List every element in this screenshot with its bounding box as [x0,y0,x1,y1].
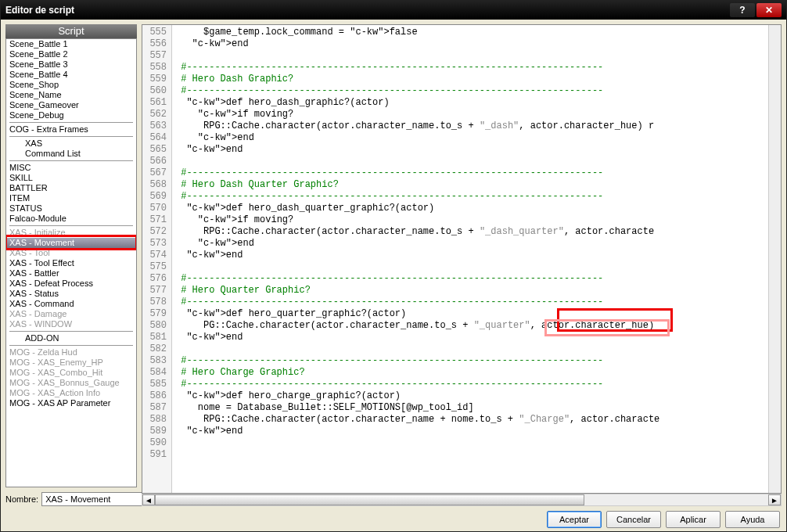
sidebar-item[interactable]: Scene_Battle 1 [6,39,136,49]
sidebar-item[interactable]: Scene_Battle 4 [6,70,136,80]
sidebar-item[interactable]: MOG - XAS_Bonnus_Gauge [6,378,136,388]
name-label: Nombre: [5,494,38,504]
separator [9,160,133,161]
sidebar-item[interactable]: XAS - Damage [6,309,136,319]
separator [9,122,133,123]
sidebar-item[interactable]: BATTLER [6,183,136,193]
sidebar-item[interactable]: MOG - XAS_Action Info [6,388,136,398]
sidebar-item[interactable]: XAS - Status [6,289,136,299]
sidebar-item[interactable]: Falcao-Module [6,214,136,224]
window: Editor de script ? ✕ Script Scene_Battle… [0,0,787,532]
separator [9,136,133,137]
button-row: Aceptar Cancelar Aplicar Ayuda [1,508,786,531]
name-input[interactable] [41,492,157,506]
window-title: Editor de script [5,5,74,16]
line-gutter: 555 556 557 558 559 560 561 562 563 564 … [142,25,172,493]
apply-button[interactable]: Aplicar [666,511,721,528]
help-icon[interactable]: ? [730,3,755,17]
sidebar-item[interactable]: MISC [6,163,136,173]
close-icon[interactable]: ✕ [756,3,782,17]
sidebar-item[interactable]: MOG - XAS_Enemy_HP [6,358,136,368]
script-list[interactable]: Scene_Battle 1Scene_Battle 2Scene_Battle… [5,38,137,487]
sidebar-item[interactable]: Scene_Battle 2 [6,49,136,59]
sidebar-item[interactable]: STATUS [6,203,136,214]
sidebar: Script Scene_Battle 1Scene_Battle 2Scene… [5,24,137,506]
sidebar-item[interactable]: XAS [6,138,136,149]
sidebar-item[interactable]: MOG - XAS AP Parameter [6,398,136,408]
sidebar-item[interactable]: XAS - Defeat Process [6,279,136,289]
sidebar-item[interactable]: Scene_Gameover [6,100,136,110]
code-area[interactable]: $game_temp.lock_command = "c-kw">false "… [172,25,768,493]
scroll-thumb[interactable] [155,494,584,505]
accept-button[interactable]: Aceptar [547,511,602,528]
editor-panel: 555 556 557 558 559 560 561 562 563 564 … [142,24,782,506]
sidebar-item[interactable]: SKILL [6,173,136,183]
sidebar-item[interactable]: XAS - Movement [6,238,136,248]
vertical-scrollbar[interactable] [768,25,781,493]
sidebar-item[interactable]: XAS - Initialize [6,228,136,238]
sidebar-item[interactable]: ITEM [6,193,136,203]
sidebar-item[interactable]: XAS - WINDOW [6,319,136,329]
horizontal-scrollbar[interactable]: ◄ ► [142,494,782,506]
sidebar-item[interactable]: MOG - XAS_Combo_Hit [6,368,136,378]
scroll-left-button[interactable]: ◄ [142,494,155,505]
sidebar-item[interactable]: Scene_Debug [6,110,136,120]
name-row: Nombre: [5,492,137,506]
sidebar-item[interactable]: Scene_Battle 3 [6,59,136,70]
content: Script Scene_Battle 1Scene_Battle 2Scene… [1,20,786,508]
sidebar-item[interactable]: XAS - Tool Effect [6,258,136,268]
sidebar-item[interactable]: Command List [6,149,136,159]
sidebar-item[interactable]: MOG - Zelda Hud [6,347,136,358]
separator [9,345,133,346]
scroll-right-button[interactable]: ► [768,494,781,505]
sidebar-item[interactable]: Scene_Shop [6,80,136,90]
help-button[interactable]: Ayuda [725,511,780,528]
code-editor[interactable]: 555 556 557 558 559 560 561 562 563 564 … [142,24,782,494]
sidebar-item[interactable]: XAS - Command [6,299,136,309]
sidebar-item[interactable]: XAS - Battler [6,268,136,279]
separator [9,331,133,332]
sidebar-item[interactable]: ADD-ON [6,333,136,343]
cancel-button[interactable]: Cancelar [606,511,661,528]
titlebar[interactable]: Editor de script ? ✕ [1,1,786,20]
code-highlight-inner [544,319,670,336]
sidebar-item[interactable]: COG - Extra Frames [6,124,136,135]
separator [9,225,133,226]
sidebar-item[interactable]: Scene_Name [6,90,136,100]
sidebar-item[interactable]: XAS - Tool [6,248,136,258]
sidebar-header: Script [5,24,137,38]
